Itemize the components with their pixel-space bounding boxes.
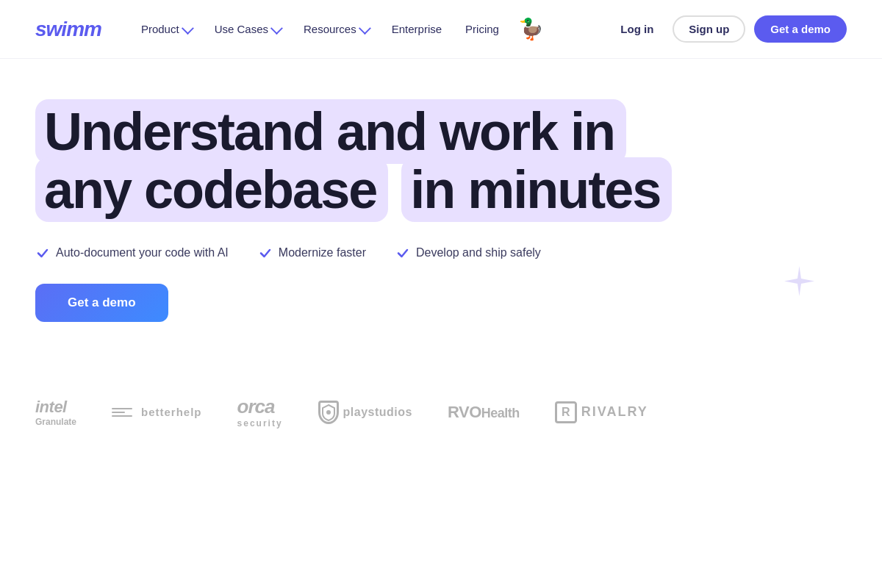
logo-rivalry: R RIVALRY	[555, 401, 648, 423]
hero-headline: Understand and work in any codebase in m…	[35, 103, 697, 219]
hero-section: Understand and work in any codebase in m…	[0, 59, 882, 351]
nav-actions: Log in Sign up Get a demo	[610, 15, 847, 43]
nav-links: Product Use Cases Resources Enterprise P…	[131, 17, 604, 41]
signup-button[interactable]: Sign up	[673, 15, 745, 43]
get-demo-button-nav[interactable]: Get a demo	[754, 15, 847, 43]
hero-subpoints: Auto-document your code with AI Moderniz…	[35, 245, 847, 260]
feature-autodoc: Auto-document your code with AI	[35, 245, 229, 260]
login-button[interactable]: Log in	[610, 17, 664, 41]
nav-item-pricing[interactable]: Pricing	[455, 17, 509, 41]
logo-betterhelp: betterhelp	[112, 406, 202, 418]
headline-highlight-2: any codebase	[35, 157, 388, 222]
feature-ship: Develop and ship safely	[395, 245, 541, 260]
betterhelp-lines-icon	[112, 408, 132, 417]
chevron-down-icon	[359, 22, 371, 35]
logo-orca: orca security	[237, 395, 283, 429]
chevron-down-icon	[182, 22, 194, 35]
brand-logo[interactable]: swimm	[35, 18, 101, 41]
navbar: swimm Product Use Cases Resources Enterp…	[0, 0, 882, 59]
get-demo-button-hero[interactable]: Get a demo	[35, 284, 168, 322]
rivalry-r-icon: R	[555, 401, 577, 423]
logo-intel: intel Granulate	[35, 398, 76, 427]
logos-section: intel Granulate betterhelp orca security…	[0, 395, 882, 429]
svg-point-0	[326, 410, 331, 415]
nav-item-enterprise[interactable]: Enterprise	[381, 17, 452, 41]
spark-right-icon	[783, 265, 816, 298]
chevron-down-icon	[270, 22, 283, 35]
headline-highlight-3: in minutes	[401, 157, 672, 222]
playstudios-shield-icon	[318, 401, 339, 424]
check-icon	[35, 245, 50, 260]
check-icon	[395, 245, 410, 260]
headline-highlight-1: Understand and work in	[35, 99, 626, 164]
nav-item-resources[interactable]: Resources	[293, 17, 379, 41]
logo-rvohealth: RVOHealth	[448, 403, 520, 422]
duck-mascot: 🦆	[518, 17, 544, 41]
feature-modernize: Modernize faster	[258, 245, 366, 260]
logo-playstudios: playstudios	[318, 401, 412, 424]
nav-item-product[interactable]: Product	[131, 17, 201, 41]
check-icon	[258, 245, 273, 260]
nav-item-use-cases[interactable]: Use Cases	[204, 17, 290, 41]
